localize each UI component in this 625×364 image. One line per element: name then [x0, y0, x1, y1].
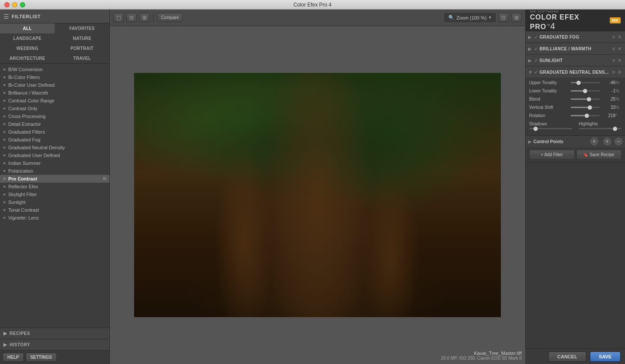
- history-section[interactable]: ▶ HISTORY: [0, 339, 109, 350]
- rotation-value: 218: [602, 113, 615, 118]
- vertical-shift-thumb[interactable]: [588, 105, 592, 110]
- lower-tonality-unit: %: [615, 89, 622, 93]
- zoom-dropdown-icon: ▼: [488, 16, 492, 20]
- section-close-icon[interactable]: ✕: [617, 46, 622, 52]
- upper-tonality-label: Upper Tonality: [529, 80, 568, 85]
- fullscreen-button[interactable]: ⊞: [511, 13, 522, 23]
- filter-item-contrast-only[interactable]: ★ Contrast Only: [0, 105, 109, 112]
- sidebar: ☰ FILTERLIST ALL FAVORITES LANDSCAPE NAT…: [0, 10, 110, 364]
- filter-item-polarization[interactable]: ★ Polarization: [0, 167, 109, 175]
- filter-item-brilliance-warmth[interactable]: ★ Brilliance / Warmth: [0, 89, 109, 97]
- shadows-highlights-row: Shadows Highlights: [529, 121, 622, 129]
- section-close-icon[interactable]: ✕: [617, 58, 622, 63]
- section-close-icon[interactable]: ✕: [617, 69, 622, 75]
- filter-item-reflector-efex[interactable]: ★ Reflector Efex: [0, 183, 109, 190]
- help-button[interactable]: HELP: [3, 353, 24, 362]
- filter-label: Polarization: [8, 168, 33, 174]
- rotation-track[interactable]: [571, 115, 600, 116]
- tab-favorites[interactable]: FAVORITES: [55, 23, 109, 33]
- vertical-shift-track[interactable]: [571, 107, 600, 108]
- minimize-button[interactable]: [12, 2, 17, 7]
- tab-portrait[interactable]: PORTRAIT: [55, 43, 109, 53]
- cp-delete-button[interactable]: −: [615, 138, 622, 145]
- section-menu-icon[interactable]: ≡: [612, 34, 616, 40]
- tab-landscape[interactable]: LANDSCAPE: [0, 33, 55, 43]
- split-v-button[interactable]: ⊟: [126, 13, 137, 23]
- upper-tonality-unit: %: [615, 80, 622, 85]
- tab-all[interactable]: ALL: [0, 23, 55, 33]
- tab-architecture[interactable]: ARCHITECTURE: [0, 53, 55, 63]
- brilliance-warmth-header[interactable]: ▶ ✓ BRILLIANCE / WARMTH ≡ ✕: [526, 43, 625, 54]
- tree-overlay: [134, 73, 501, 317]
- split-h-button[interactable]: ⊞: [139, 13, 150, 23]
- filter-item-graduated-fog[interactable]: ★ Graduated Fog: [0, 136, 109, 144]
- highlights-track[interactable]: [579, 128, 622, 129]
- filter-item-contrast-color-range[interactable]: ★ Contrast Color Range: [0, 97, 109, 105]
- shadows-track[interactable]: [529, 128, 572, 129]
- action-buttons-row: + Add Filter 🔖 Save Recipe: [526, 147, 625, 163]
- section-menu-icon[interactable]: ≡: [612, 46, 616, 52]
- filter-item-pro-contrast[interactable]: ★ Pro Contrast ⧉: [0, 175, 109, 183]
- tab-nature[interactable]: NATURE: [55, 33, 109, 43]
- settings-button[interactable]: SETTINGS: [26, 353, 57, 362]
- blend-track[interactable]: [571, 98, 600, 100]
- main-image: [134, 73, 501, 317]
- filter-label: Graduated Neutral Density: [8, 145, 65, 150]
- lower-tonality-track[interactable]: [571, 90, 600, 92]
- blend-thumb[interactable]: [587, 97, 591, 102]
- filter-item-bi-color-filters[interactable]: ★ Bi-Color Filters: [0, 73, 109, 81]
- filter-item-graduated-user-defined[interactable]: ★ Graduated User Defined: [0, 151, 109, 159]
- save-recipe-button[interactable]: 🔖 Save Recipe: [576, 150, 622, 160]
- close-button[interactable]: [4, 2, 10, 7]
- compare-button[interactable]: Compare: [157, 13, 183, 22]
- cp-remove-button[interactable]: +: [603, 138, 611, 145]
- single-view-button[interactable]: ▢: [113, 13, 124, 23]
- recipes-section[interactable]: ▶ RECIPES: [0, 328, 109, 339]
- right-panel: Nik Software COLOR EFEX PRO™4 NIK ▶ ✓ GR…: [525, 10, 625, 364]
- rotation-thumb[interactable]: [585, 114, 589, 118]
- zoom-display[interactable]: 🔍 Zoom (100 %) ▼: [444, 13, 496, 22]
- filter-item-graduated-filters[interactable]: ★ Graduated Filters: [0, 128, 109, 136]
- cp-add-button[interactable]: +: [590, 138, 598, 145]
- section-menu-icon[interactable]: ≡: [612, 58, 616, 63]
- filter-item-sunlight[interactable]: ★ Sunlight: [0, 198, 109, 206]
- upper-tonality-thumb[interactable]: [576, 81, 581, 85]
- section-title: GRADUATED FOG: [539, 35, 610, 39]
- add-filter-label: + Add Filter: [541, 152, 563, 157]
- filter-item-graduated-neutral-density[interactable]: ★ Graduated Neutral Density: [0, 144, 109, 151]
- filter-label: Bi-Color User Defined: [8, 82, 55, 88]
- maximize-button[interactable]: [20, 2, 25, 7]
- filter-item-indian-summer[interactable]: ★ Indian Summer: [0, 159, 109, 167]
- save-button[interactable]: SAVE: [590, 351, 621, 362]
- tab-wedding[interactable]: WEDDING: [0, 43, 55, 53]
- filter-item-bi-color-user-defined[interactable]: ★ Bi-Color User Defined: [0, 81, 109, 89]
- graduated-fog-header[interactable]: ▶ ✓ GRADUATED FOG ≡ ✕: [526, 31, 625, 43]
- filter-label: B/W Conversion: [8, 67, 43, 72]
- filter-item-vignette-lens[interactable]: ★ Vignette: Lens: [0, 214, 109, 222]
- title-bar: Color Efex Pro 4: [0, 0, 625, 10]
- upper-tonality-track[interactable]: [571, 82, 600, 83]
- tab-travel[interactable]: TRAVEL: [55, 53, 109, 63]
- gnd-header[interactable]: ▼ ✓ GRADUATED NEUTRAL DENS... ≡ ✕: [526, 66, 625, 78]
- section-menu-icon[interactable]: ≡: [612, 69, 616, 75]
- fit-view-button[interactable]: ⊡: [498, 13, 509, 23]
- shadows-thumb[interactable]: [533, 127, 538, 131]
- sunlight-header[interactable]: ▶ ✓ SUNLIGHT ≡ ✕: [526, 55, 625, 66]
- lower-tonality-thumb[interactable]: [583, 89, 587, 93]
- highlights-thumb[interactable]: [613, 127, 617, 131]
- star-icon: ★: [3, 98, 6, 103]
- rotation-unit: °: [615, 113, 622, 118]
- section-actions: ≡ ✕: [612, 46, 622, 52]
- filter-item-detail-extractor[interactable]: ★ Detail Extractor: [0, 120, 109, 128]
- cancel-button[interactable]: CANCEL: [548, 351, 586, 362]
- filter-item-bw-conversion[interactable]: ★ B/W Conversion: [0, 66, 109, 73]
- nik-software-label: Nik Software: [530, 10, 606, 13]
- filter-item-tonal-contrast[interactable]: ★ Tonal Contrast: [0, 206, 109, 214]
- add-filter-button[interactable]: + Add Filter: [529, 150, 575, 160]
- filter-item-skylight-filter[interactable]: ★ Skylight Filter: [0, 190, 109, 198]
- vertical-shift-row: Vertical Shift 33 %: [529, 105, 622, 110]
- enabled-check: ✓: [534, 58, 538, 63]
- filter-item-cross-processing[interactable]: ★ Cross Processing: [0, 112, 109, 120]
- section-close-icon[interactable]: ✕: [617, 34, 622, 40]
- image-info: Kauai_Tree_Master.tiff 20.6 MP, ISO 250,…: [441, 351, 522, 361]
